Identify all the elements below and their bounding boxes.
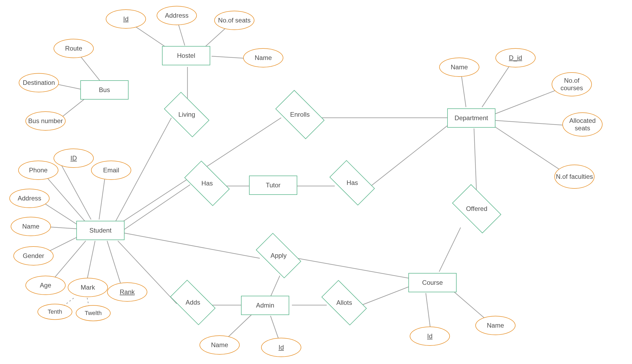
attr-bus-route: Route [54, 39, 94, 58]
attr-dept-nofac: N.of faculties [554, 165, 595, 189]
attr-label: Name [487, 322, 504, 329]
rel-has-student-tutor: Has [184, 161, 230, 206]
attr-student-id: ID [54, 149, 94, 168]
attr-label: Rank [120, 288, 135, 296]
attr-label: Address [18, 195, 41, 202]
svg-line-25 [371, 126, 447, 186]
attr-label: Tenth [48, 308, 62, 315]
entity-label: Hostel [177, 52, 195, 59]
svg-line-27 [297, 258, 410, 278]
attr-label: D_id [509, 54, 522, 62]
attr-label: Id [123, 15, 129, 23]
rel-label: Adds [186, 299, 200, 306]
attr-label: Id [279, 344, 284, 351]
attr-admin-id: Id [261, 338, 301, 357]
er-diagram: Hostel Id Address No.of seats Name Bus R… [0, 0, 632, 364]
attr-label: Name [211, 341, 228, 349]
attr-label: Address [165, 12, 189, 19]
attr-dept-id: D_id [495, 48, 536, 67]
attr-hostel-id: Id [106, 9, 146, 29]
attr-student-age: Age [25, 276, 66, 295]
rel-label: Has [347, 179, 358, 187]
attr-label: No.of courses [552, 77, 591, 92]
rel-label: Has [201, 180, 213, 187]
attr-bus-destination: Destination [19, 73, 59, 92]
attr-dept-nocourses: No.of courses [552, 72, 592, 96]
attr-student-phone: Phone [18, 161, 58, 180]
entity-department: Department [447, 108, 495, 128]
attr-student-name: Name [11, 217, 51, 236]
rel-living: Living [164, 92, 209, 137]
rel-allots: Allots [321, 280, 367, 325]
entity-label: Student [89, 227, 112, 234]
svg-line-41 [439, 228, 461, 272]
attr-label: Twelth [85, 310, 102, 316]
entity-course: Course [408, 273, 457, 292]
attr-student-rank: Rank [107, 282, 147, 302]
entity-tutor: Tutor [249, 176, 297, 195]
rel-apply: Apply [256, 233, 301, 278]
attr-course-id: Id [410, 327, 450, 346]
svg-line-32 [362, 286, 410, 305]
entity-hostel: Hostel [162, 46, 210, 65]
rel-has-tutor-dept: Has [329, 160, 375, 206]
attr-student-gender: Gender [13, 246, 54, 266]
rel-label: Offered [466, 205, 487, 213]
attr-label: Route [65, 45, 82, 52]
attr-admin-name: Name [200, 335, 240, 355]
attr-label: ID [70, 154, 77, 162]
svg-line-26 [123, 233, 260, 258]
svg-line-38 [495, 120, 573, 126]
rel-label: Allots [336, 299, 352, 306]
attr-course-name: Name [475, 316, 516, 335]
attr-label: Email [103, 166, 119, 174]
svg-line-22 [123, 185, 190, 230]
svg-line-40 [474, 128, 477, 197]
attr-label: Mark [81, 284, 95, 291]
attr-student-email: Email [91, 161, 131, 180]
attr-label: Age [40, 282, 51, 289]
attr-label: Destination [23, 79, 55, 86]
attr-student-twelth: Twelth [76, 305, 111, 321]
attr-label: Name [22, 223, 39, 230]
attr-label: Phone [29, 166, 47, 174]
rel-offered: Offered [452, 184, 501, 233]
attr-label: Id [427, 332, 432, 340]
entity-label: Course [422, 279, 443, 286]
attr-student-tenth: Tenth [37, 304, 72, 320]
entity-bus: Bus [80, 80, 129, 100]
entity-admin: Admin [241, 296, 289, 315]
attr-student-address: Address [9, 189, 50, 208]
entity-label: Admin [256, 302, 274, 309]
attr-dept-allocseats: Allocated seats [562, 112, 603, 136]
attr-bus-number: Bus number [25, 111, 66, 131]
attr-hostel-name: Name [243, 48, 283, 67]
attr-hostel-address: Address [157, 6, 197, 25]
entity-label: Department [454, 114, 488, 122]
attr-label: Bus number [28, 117, 63, 125]
entity-label: Tutor [266, 181, 280, 189]
attr-hostel-seats: No.of seats [214, 11, 254, 30]
rel-label: Apply [270, 252, 287, 259]
attr-label: Name [255, 54, 272, 62]
rel-label: Living [178, 111, 195, 118]
rel-enrolls: Enrolls [275, 90, 325, 139]
attr-label: Gender [23, 252, 44, 260]
attr-label: Allocated seats [563, 117, 602, 132]
attr-student-mark: Mark [68, 278, 108, 297]
attr-label: No.of seats [218, 17, 250, 24]
svg-line-11 [59, 161, 91, 219]
attr-label: Name [451, 63, 468, 71]
entity-student: Student [76, 221, 125, 240]
attr-dept-name: Name [439, 58, 479, 77]
entity-label: Bus [99, 86, 110, 94]
rel-label: Enrolls [290, 111, 310, 118]
attr-label: N.of faculties [556, 173, 593, 180]
rel-adds: Adds [170, 280, 216, 325]
